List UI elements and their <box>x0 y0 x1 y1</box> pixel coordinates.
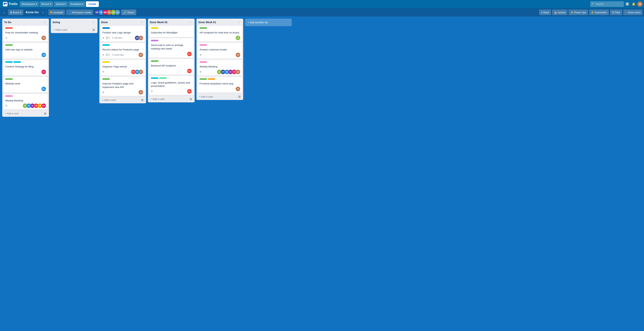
list-menu-button[interactable]: ··· <box>140 20 144 24</box>
card[interactable]: Add new logo to website AB ✎ <box>3 43 48 59</box>
slack-button[interactable]: # Slack <box>539 10 551 15</box>
card[interactable]: Record videos for Features page 👁💬 1⏱ 2d… <box>100 43 145 59</box>
list-menu-button[interactable]: ··· <box>42 20 47 24</box>
filter-button[interactable]: ☰ Filter <box>610 10 622 15</box>
card-label <box>102 61 110 63</box>
list-footer: + Add a card ⊞ <box>148 96 194 102</box>
automation-button[interactable]: ⚡ Automation <box>589 10 609 15</box>
card-avatar[interactable]: JD <box>236 87 240 91</box>
card-avatar[interactable]: JD <box>138 53 143 57</box>
card[interactable]: Website work BL ✎ <box>3 77 48 93</box>
powerups-button[interactable]: ⚡ Power-Ups <box>568 10 588 15</box>
user-avatar[interactable]: JD <box>637 2 642 7</box>
card-label <box>14 61 21 63</box>
card-avatar[interactable]: MN <box>42 104 46 108</box>
starred-button[interactable]: Starred ▾ <box>54 1 68 7</box>
create-button[interactable]: Create <box>86 1 98 7</box>
search-input[interactable] <box>590 1 624 7</box>
card-label <box>159 77 166 79</box>
card-meta-left: 👁 <box>151 90 153 92</box>
slack-icon: # <box>541 11 542 14</box>
compose-card-button[interactable]: ⊞ <box>43 111 48 116</box>
card-avatar[interactable]: JD <box>138 36 143 40</box>
card[interactable]: Finalize new Logo design 👁💬 1⏱ 10h 00mDP… <box>100 26 145 42</box>
list-doing: Doing ··· + Add a card ⊞ <box>51 19 98 33</box>
list-cards <box>51 25 98 26</box>
card[interactable]: Content Strategy for Blog CK ✎ <box>3 60 48 76</box>
card-meta-left: 👁 <box>200 71 202 73</box>
watch-indicator: 👁 <box>5 37 7 39</box>
card-avatar[interactable]: AB <box>42 53 46 57</box>
card-title: Backend API endpoint <box>151 64 192 68</box>
board-member-avatars: DP TM MN JD JA +1 <box>94 10 120 15</box>
recent-button[interactable]: Recent ▾ <box>40 1 53 7</box>
card-meta-left: 👁💬 1⏱ 2d 0h 00m <box>102 54 124 56</box>
notification-button[interactable]: 🔔 <box>631 1 636 7</box>
card[interactable]: Improve Analytics page and implement new… <box>100 77 145 96</box>
card[interactable]: Prep for shareholder meeting 👁JD ✎ <box>3 26 48 42</box>
list-menu-button[interactable]: ··· <box>237 20 241 24</box>
card-meta: JA <box>200 36 240 40</box>
card[interactable]: Send mail to John to arrange meeting nex… <box>149 38 194 58</box>
add-card-button[interactable]: + Add a card <box>52 28 91 32</box>
card-meta: 👁JATMSKLRKPMN <box>5 104 46 108</box>
card-label <box>151 60 158 62</box>
add-card-button[interactable]: + Add a card <box>150 97 188 101</box>
back-button[interactable]: ‹ <box>2 10 7 15</box>
card-avatar[interactable]: BL <box>42 87 46 91</box>
visibility-button[interactable]: 👥 Workspace visible <box>66 10 93 15</box>
add-card-button[interactable]: + Add a card <box>4 111 43 116</box>
extra-members-badge[interactable]: +1 <box>115 10 120 15</box>
card[interactable]: Logo, brand guidelines, assets and prese… <box>149 76 194 95</box>
watch-indicator: 👁 <box>102 54 104 56</box>
trello-logo[interactable]: Trello <box>2 2 19 6</box>
card[interactable]: Subscribe for Moodlight ✎ <box>149 26 194 37</box>
card-avatar[interactable]: CK <box>42 70 46 74</box>
add-card-button[interactable]: + Add a card <box>198 94 237 99</box>
card[interactable]: Weekly Meeting 👁JATMSKLRKPMN ✎ <box>3 94 48 110</box>
assista-button[interactable]: 🤖 Assista <box>552 10 568 15</box>
card-avatar[interactable]: JA <box>236 36 240 40</box>
list-title: Done Week 01 <box>198 21 237 24</box>
card-title: Improve Analytics page and implement new… <box>102 82 143 89</box>
card-avatars: CK <box>42 70 46 74</box>
chevron-down-icon: ▾ <box>50 2 51 6</box>
card-avatar[interactable]: JD <box>42 36 46 40</box>
compose-card-button[interactable]: ⊞ <box>91 28 96 32</box>
card[interactable]: Frontend dropdown menu bug JD ✎ <box>198 77 242 93</box>
workspaces-button[interactable]: Workspaces ▾ <box>20 1 39 7</box>
list-cards: Prep for shareholder meeting 👁JD ✎ Add n… <box>2 25 49 110</box>
card-avatar[interactable]: JD <box>236 53 240 57</box>
board-view-button[interactable]: ⊞ Board ▾ <box>8 10 23 15</box>
card[interactable]: Backend API endpoint RA ✎ <box>149 59 194 75</box>
svg-rect-1 <box>6 2 7 4</box>
card-avatar[interactable]: JD <box>138 70 143 74</box>
card[interactable]: Organize Yoga retreat 👁RATMJD ✎ <box>100 60 145 76</box>
card[interactable]: Answer customer emails 👁JD ✎ <box>198 43 242 59</box>
card-meta-left: 👁 <box>5 37 7 39</box>
card[interactable]: Weekly Meeting 👁JADPTMSKMNJD ✎ <box>198 60 242 76</box>
card-avatar[interactable]: RA <box>187 69 192 73</box>
card[interactable]: API endpoint for total time on board JA … <box>198 26 242 42</box>
list-menu-button[interactable]: ··· <box>91 20 96 24</box>
board-nav-left: ‹ ⊞ Board ▾ Acme Inc ☆ camplight 👥 Works… <box>2 10 538 15</box>
info-button[interactable]: ℹ️ <box>624 1 630 7</box>
compose-card-button[interactable]: ⊞ <box>188 97 193 101</box>
card-avatar[interactable]: RA <box>187 89 192 94</box>
show-menu-button[interactable]: ··· Show menu <box>623 10 643 15</box>
compose-card-button[interactable]: ⊞ <box>237 94 242 99</box>
compose-card-button[interactable]: ⊞ <box>140 98 144 102</box>
list-menu-button[interactable]: ··· <box>188 20 193 24</box>
card-avatar[interactable]: RA <box>187 52 192 56</box>
templates-button[interactable]: Templates ▾ <box>68 1 85 7</box>
share-button[interactable]: 🔗 Share <box>121 10 136 15</box>
card-labels <box>200 27 240 30</box>
workspace-button[interactable]: camplight <box>48 10 65 15</box>
card-avatar[interactable]: JD <box>236 70 240 74</box>
star-button[interactable]: ☆ <box>41 10 44 14</box>
card-meta: 👁JD <box>200 53 240 57</box>
card-labels <box>5 27 46 30</box>
add-card-button[interactable]: + Add a card <box>101 98 140 102</box>
card-avatar[interactable]: JD <box>138 90 143 94</box>
add-list-button[interactable]: + Add another list <box>245 19 292 26</box>
